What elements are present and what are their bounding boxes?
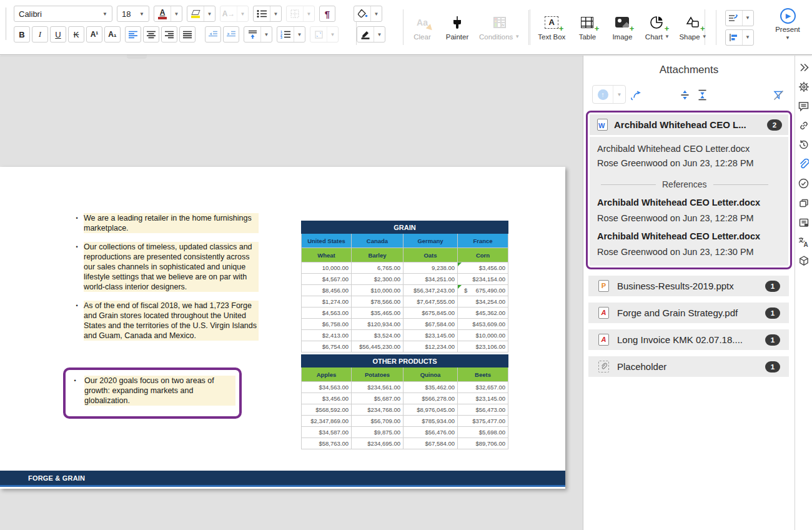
align-right-icon xyxy=(164,31,174,39)
chevron-down-icon[interactable]: ▼ xyxy=(785,35,790,41)
numbered-list-button[interactable]: 1 2 3 ▼ xyxy=(277,26,305,42)
notes-button[interactable] xyxy=(797,216,810,229)
font-color-icon: A xyxy=(158,9,167,19)
goals-highlight-box[interactable]: • Our 2020 goals focus on two areas of g… xyxy=(63,368,242,419)
slide-footer-text: FORGE & GRAIN xyxy=(28,471,565,486)
vertical-align-button[interactable]: ▼ xyxy=(244,26,272,42)
count-badge: 1 xyxy=(765,281,780,292)
align-center-button[interactable] xyxy=(143,26,159,42)
slide-tables[interactable]: GRAIN United StatesCanadaGermanyFrance W… xyxy=(301,221,508,451)
other-products-table[interactable]: OTHER PRODUCTS ApplesPotatoesQuinoaBeets… xyxy=(301,354,508,449)
chevron-down-icon[interactable]: ▼ xyxy=(370,6,382,21)
history-clock-icon xyxy=(798,139,810,151)
translate-button[interactable]: A xyxy=(797,235,810,248)
chevron-down-icon[interactable]: ▼ xyxy=(204,6,215,21)
attachments-button[interactable] xyxy=(797,158,810,171)
chevron-down-icon[interactable]: ▼ xyxy=(270,6,281,21)
country-header-cell: Germany xyxy=(404,234,458,248)
align-left-button[interactable] xyxy=(125,26,141,42)
attachment-item[interactable]: A Forge and Grain Strategy.pdf 1 xyxy=(588,302,789,323)
reference-item[interactable]: Archibald Whitehead CEO Letter.docx Rose… xyxy=(597,231,781,257)
toolbar-collapse-handle[interactable] xyxy=(127,55,147,59)
attachment-item[interactable]: Placeholder 1 xyxy=(588,356,789,377)
file-type-icon: P xyxy=(598,280,609,292)
chevron-down-icon[interactable]: ▼ xyxy=(294,27,305,42)
bullet-item[interactable]: • Our collections of timeless, updated c… xyxy=(70,242,259,292)
animation-order-button[interactable]: ▼ xyxy=(725,10,754,26)
pen-color-button[interactable]: ▼ xyxy=(357,26,385,42)
grain-table[interactable]: GRAIN United StatesCanadaGermanyFrance W… xyxy=(301,221,508,352)
insert-chart-button[interactable]: + Chart▼ xyxy=(644,15,670,41)
collapse-panel-button[interactable] xyxy=(797,61,810,74)
links-button[interactable] xyxy=(797,119,810,132)
chevron-down-icon[interactable]: ▼ xyxy=(374,27,385,42)
insert-table-button[interactable]: + Table xyxy=(574,15,600,41)
object-align-button[interactable]: ▼ xyxy=(725,29,754,46)
grain-table-row: $6,758.00$120,934.00$67,584.00$453,609.0… xyxy=(302,319,508,330)
insert-textbox-button[interactable]: A+ Text Box xyxy=(538,15,565,41)
open-attachment-button[interactable] xyxy=(628,88,643,102)
chevron-down-icon: ▼ xyxy=(102,11,107,17)
expand-all-button[interactable] xyxy=(677,88,692,102)
font-size-select[interactable]: 18▼ xyxy=(117,6,149,22)
underline-button[interactable]: U xyxy=(50,26,66,42)
expand-all-icon xyxy=(680,89,690,101)
chevron-down-icon[interactable]: ▼ xyxy=(742,11,753,26)
superscript-button[interactable]: A¹ xyxy=(86,26,102,42)
comments-button[interactable] xyxy=(797,99,810,112)
format-painter-button[interactable]: Painter xyxy=(444,15,470,41)
chevron-down-icon[interactable]: ▼ xyxy=(742,30,753,45)
chevron-down-icon[interactable]: ▼ xyxy=(171,6,182,21)
bullet-item[interactable]: • We are a leading retailer in the home … xyxy=(70,213,259,233)
settings-button[interactable] xyxy=(797,80,810,93)
font-color-button[interactable]: A ▼ xyxy=(154,6,182,22)
bullet-item[interactable]: • As of the end of fiscal 2018, we had 1… xyxy=(70,301,259,341)
slide[interactable]: • We are a leading retailer in the home … xyxy=(0,167,565,489)
fill-color-button[interactable]: ▼ xyxy=(354,6,382,22)
panel-title: Attachments xyxy=(583,64,795,76)
duplicates-button[interactable] xyxy=(797,196,810,209)
slide-footer-bar[interactable]: FORGE & GRAIN xyxy=(0,471,565,487)
chevron-down-icon: ▼ xyxy=(237,6,248,21)
reference-item[interactable]: Archibald Whitehead CEO Letter.docx Rose… xyxy=(597,198,781,223)
present-button[interactable]: ▶ Present ▼ xyxy=(770,8,805,41)
references-divider: References xyxy=(601,179,777,189)
italic-button[interactable]: I xyxy=(32,26,48,42)
double-chevron-right-icon xyxy=(798,62,810,72)
strikethrough-button[interactable]: K xyxy=(68,26,84,42)
subscript-button[interactable]: A₁ xyxy=(104,26,121,42)
attachment-card-header[interactable]: W Archibald Whitehead CEO L... 2 xyxy=(590,114,788,135)
filter-button[interactable] xyxy=(771,88,786,102)
align-right-button[interactable] xyxy=(161,26,177,42)
insert-image-button[interactable]: + Image xyxy=(609,15,635,41)
attachment-file-name[interactable]: Archibald Whitehead CEO Letter.docx xyxy=(597,142,781,156)
bullet-list-button[interactable]: ▼ xyxy=(253,6,282,22)
clear-formatting-icon: Aa xyxy=(417,18,428,28)
upload-icon: ↑ xyxy=(598,89,608,100)
font-family-select[interactable]: Calibri▼ xyxy=(14,6,112,22)
bullet-marker: • xyxy=(70,301,84,341)
insert-shape-button[interactable]: + Shape▼ xyxy=(679,15,706,41)
attachment-item[interactable]: A Long Invoice KMK 02.07.18.... 1 xyxy=(588,329,789,350)
objects-button[interactable] xyxy=(797,254,810,268)
attachment-item[interactable]: P Business-Results-2019.pptx 1 xyxy=(588,276,789,296)
slide-bullet-list[interactable]: • We are a leading retailer in the home … xyxy=(70,213,259,349)
attachment-card-expanded[interactable]: W Archibald Whitehead CEO L... 2 Archiba… xyxy=(586,111,792,269)
increase-indent-button[interactable] xyxy=(223,26,239,42)
history-button[interactable] xyxy=(797,138,810,151)
decrease-indent-button[interactable] xyxy=(205,26,221,42)
chevron-down-icon[interactable]: ▼ xyxy=(260,27,272,42)
show-formatting-marks-button[interactable]: ¶ xyxy=(319,6,335,22)
chevron-down-icon: ▼ xyxy=(515,34,520,39)
chevron-down-icon[interactable]: ▼ xyxy=(613,86,625,103)
upload-attachment-button[interactable]: ↑ ▼ xyxy=(592,85,626,104)
align-justify-button[interactable] xyxy=(179,26,196,42)
tasks-button[interactable] xyxy=(797,177,810,190)
attachment-card-body: Archibald Whitehead CEO Letter.docx Rose… xyxy=(590,137,788,266)
collapse-all-button[interactable] xyxy=(695,88,710,102)
bold-button[interactable]: B xyxy=(14,26,30,42)
count-badge: 1 xyxy=(765,361,780,372)
text-highlight-button[interactable]: ▼ xyxy=(187,6,215,22)
chevron-down-icon: ▼ xyxy=(139,11,144,17)
grain-table-row: 10,000.006,765.009,238.00$3,456.00 xyxy=(302,262,508,274)
